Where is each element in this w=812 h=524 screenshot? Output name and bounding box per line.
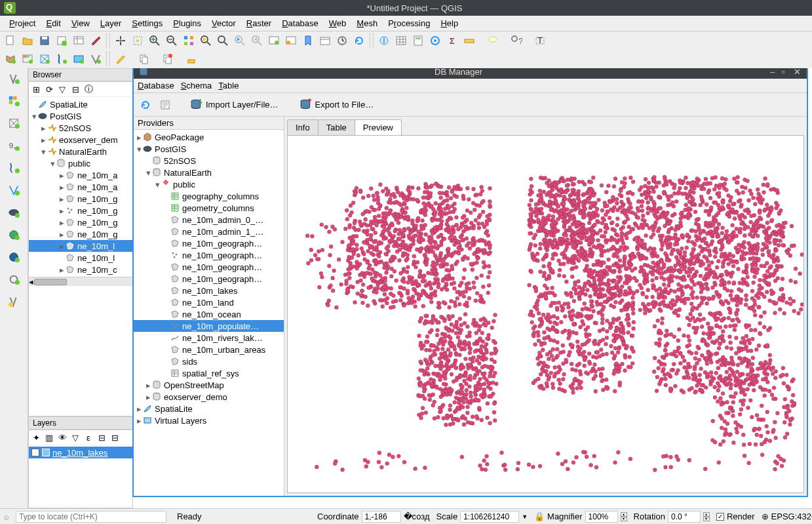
- vector-tool-icon[interactable]: [5, 70, 23, 88]
- menu-web[interactable]: Web: [324, 18, 352, 28]
- tab-preview[interactable]: Preview: [355, 119, 402, 135]
- export-file-button[interactable]: Export to File…: [296, 97, 378, 113]
- layer-expand-icon[interactable]: ⊟: [96, 432, 107, 443]
- add-virtual-icon[interactable]: [88, 51, 104, 67]
- tree-item[interactable]: spatial_ref_sys: [134, 367, 284, 379]
- decorations-icon[interactable]: [334, 33, 350, 49]
- tree-item[interactable]: ▸52nSOS: [29, 122, 132, 134]
- tree-item[interactable]: ne_10m_geograph…: [134, 261, 284, 273]
- new-print-layout-icon[interactable]: [54, 33, 69, 49]
- tree-item[interactable]: ▸ne_10m_g: [29, 193, 132, 205]
- postgis-tool-icon[interactable]: [5, 203, 23, 222]
- tab-table[interactable]: Table: [318, 119, 355, 135]
- tree-item[interactable]: ▾public: [29, 157, 132, 169]
- maximize-icon[interactable]: ▫: [782, 68, 791, 76]
- add-connection-icon[interactable]: ⊞: [30, 83, 42, 95]
- zoom-full-icon[interactable]: [181, 33, 197, 49]
- style-manager-icon[interactable]: [88, 33, 104, 49]
- scale-input[interactable]: [460, 511, 519, 523]
- wfs-tool-icon[interactable]: [5, 248, 23, 266]
- browser-tree[interactable]: SpatiaLite▾PostGIS▸52nSOS▸eoxserver_dem▾…: [29, 97, 132, 277]
- zoom-to-selection-icon[interactable]: [198, 33, 214, 49]
- spatialite-tool-icon[interactable]: [5, 159, 23, 177]
- tree-item[interactable]: ▸ne_10m_a: [29, 181, 132, 193]
- minimize-icon[interactable]: –: [770, 68, 779, 76]
- mesh-tool-icon[interactable]: [5, 114, 23, 132]
- layer-remove-icon[interactable]: ⊟: [109, 432, 121, 443]
- raster-tool-icon[interactable]: [5, 92, 23, 110]
- crs-icon[interactable]: ⊕: [762, 512, 769, 521]
- tree-item[interactable]: ▸ne_10m_c: [29, 264, 132, 275]
- tree-item[interactable]: ne_10m_populate…: [134, 320, 284, 332]
- identify-icon[interactable]: i: [376, 33, 392, 49]
- tree-item[interactable]: ▸ne_10m_l: [29, 240, 132, 252]
- tree-item[interactable]: ▸eoxserver_dem: [29, 134, 132, 146]
- save-icon[interactable]: [37, 33, 52, 49]
- pan-icon[interactable]: [113, 33, 128, 49]
- locate-input[interactable]: [16, 511, 166, 523]
- tree-item[interactable]: ne_10m_geograph…: [134, 249, 284, 261]
- tree-item[interactable]: ne_10m_admin_0_…: [134, 214, 284, 226]
- sigma-icon[interactable]: Σ: [444, 33, 460, 49]
- tree-item[interactable]: ne_10m_land: [134, 296, 284, 308]
- tree-item[interactable]: ne_10m_geograph…: [134, 273, 284, 285]
- layer-style-icon[interactable]: ✦: [30, 432, 42, 443]
- tree-item[interactable]: geography_columns: [134, 190, 284, 202]
- menu-raster[interactable]: Raster: [241, 18, 277, 28]
- bookmarks-icon[interactable]: [300, 33, 316, 49]
- tree-item[interactable]: ▾NaturalEarth: [29, 146, 132, 157]
- import-layer-button[interactable]: Import Layer/File…: [186, 97, 282, 113]
- coord-input[interactable]: [362, 511, 401, 523]
- db-menu-schema[interactable]: Schema: [181, 81, 212, 91]
- tree-item[interactable]: ▸Virtual Layers: [134, 414, 284, 426]
- processing-icon[interactable]: [427, 33, 443, 49]
- menu-view[interactable]: View: [66, 18, 95, 28]
- tree-item[interactable]: ▸ne_10m_g: [29, 216, 132, 228]
- tree-item[interactable]: ne_10m_ocean: [134, 308, 284, 320]
- menu-processing[interactable]: Processing: [383, 18, 435, 28]
- layer-visibility-checkbox[interactable]: ✓: [31, 449, 39, 456]
- tree-item[interactable]: ▸SpatiaLite: [134, 403, 284, 414]
- menu-layer[interactable]: Layer: [95, 18, 127, 28]
- new-map-view-icon[interactable]: [266, 33, 282, 49]
- collapse-all-icon[interactable]: ⊟: [69, 83, 81, 95]
- copy-style-icon[interactable]: [136, 51, 152, 67]
- mag-input[interactable]: [585, 511, 618, 523]
- remove-layer-icon[interactable]: [184, 51, 199, 67]
- add-raster-icon[interactable]: [20, 51, 35, 67]
- tree-item[interactable]: ▸ne_10m_a: [29, 169, 132, 181]
- tree-item[interactable]: ne_10m_urban_areas: [134, 344, 284, 355]
- tree-item[interactable]: ne_10m_l: [29, 252, 132, 264]
- refresh-icon[interactable]: [351, 33, 367, 49]
- menu-help[interactable]: Help: [435, 18, 463, 28]
- db-tree[interactable]: ▸GeoPackage▾PostGIS52nSOS▾NaturalEarth▾p…: [134, 130, 284, 496]
- render-checkbox[interactable]: ✓: [716, 513, 724, 521]
- menu-settings[interactable]: Settings: [126, 18, 168, 28]
- temporal-icon[interactable]: [317, 33, 333, 49]
- tree-item[interactable]: ▾PostGIS: [29, 110, 132, 122]
- attribute-table-icon[interactable]: [393, 33, 409, 49]
- tree-item[interactable]: ne_10m_admin_1_…: [134, 226, 284, 237]
- layer-item[interactable]: ✓ ne_10m_lakes: [29, 447, 132, 458]
- tree-item[interactable]: sids: [134, 355, 284, 367]
- add-csv-icon[interactable]: [54, 51, 69, 67]
- new-project-icon[interactable]: [3, 33, 18, 49]
- close-icon[interactable]: ✕: [794, 68, 803, 76]
- measure-icon[interactable]: [461, 33, 477, 49]
- tree-item[interactable]: ne_10m_lakes: [134, 285, 284, 296]
- paste-style-icon[interactable]: [160, 51, 176, 67]
- tree-item[interactable]: ▸OpenStreetMap: [134, 379, 284, 391]
- menu-mesh[interactable]: Mesh: [351, 18, 383, 28]
- filter-browser-icon[interactable]: ▽: [56, 83, 68, 95]
- tree-item[interactable]: ▾public: [134, 178, 284, 190]
- add-mesh-icon[interactable]: [37, 51, 52, 67]
- wms-tool-icon[interactable]: [5, 226, 23, 244]
- extents-icon[interactable]: �созд: [404, 512, 430, 521]
- db-menu-database[interactable]: Database: [138, 81, 174, 91]
- refresh-browser-icon[interactable]: ⟳: [43, 83, 55, 95]
- new-3d-view-icon[interactable]: [283, 33, 299, 49]
- db-menu-table[interactable]: Table: [218, 81, 239, 91]
- tree-item[interactable]: ne_10m_geograph…: [134, 237, 284, 249]
- toggle-edit-icon[interactable]: [113, 51, 128, 67]
- menu-database[interactable]: Database: [277, 18, 324, 28]
